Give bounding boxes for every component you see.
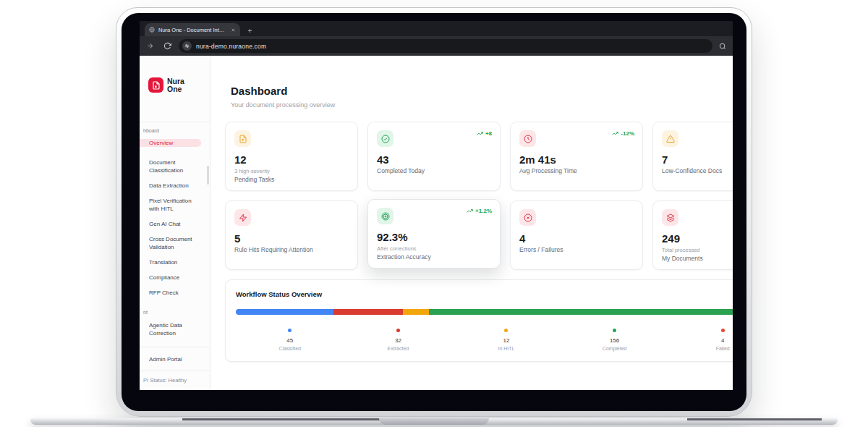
- stat-label: Pending Tasks: [234, 177, 349, 183]
- trending-up-icon: [477, 130, 483, 137]
- bar-segment-classified: [236, 309, 333, 315]
- laptop-bezel: Nura One - Document Intellige nura-demo.…: [122, 13, 746, 411]
- stat-value: 2m 41s: [519, 153, 634, 166]
- globe-icon: [149, 27, 155, 33]
- stat-value: 4: [519, 232, 634, 245]
- sidebar-item-compliance[interactable]: Compliance: [140, 274, 210, 282]
- workflow-title: Workflow Status Overview: [236, 290, 733, 298]
- stat-card-extraction-accuracy: +1.2% 92.3% After corrections Extraction…: [367, 199, 501, 269]
- app-page: NuraOne hboard Overview Document Classif…: [140, 56, 733, 390]
- legend-failed: 4 Failed: [668, 322, 733, 351]
- sidebar-item-gen-ai-chat[interactable]: Gen AI Chat: [140, 220, 210, 228]
- legend-dot: [288, 329, 292, 332]
- legend-dot: [504, 329, 508, 332]
- check-circle-icon: [377, 130, 393, 147]
- target-icon: [377, 208, 393, 224]
- sidebar-scrollbar[interactable]: [207, 166, 209, 185]
- zap-icon: [234, 209, 251, 226]
- laptop-hinge: [182, 418, 382, 420]
- stat-sub: After corrections: [377, 246, 491, 252]
- laptop-base: [30, 418, 838, 425]
- stat-sub: Total processed: [662, 248, 733, 253]
- trend-badge: +1.2%: [467, 208, 492, 214]
- search-icon[interactable]: [719, 43, 726, 50]
- stat-value: 249: [662, 232, 733, 245]
- browser-window: Nura One - Document Intellige nura-demo.…: [140, 21, 733, 390]
- sidebar-item-pixel-verification[interactable]: Pixel Verification with HITL: [140, 197, 210, 213]
- sidebar-item-translation[interactable]: Translation: [140, 258, 210, 266]
- stat-value: 5: [234, 232, 349, 245]
- legend-extracted: 32 Extracted: [344, 322, 453, 351]
- stat-value: 43: [377, 153, 491, 166]
- reload-icon[interactable]: [163, 42, 171, 50]
- laptop-hinge: [687, 418, 822, 420]
- stat-value: 92.3%: [377, 231, 491, 243]
- sidebar-item-admin-portal[interactable]: Admin Portal: [140, 355, 210, 363]
- stat-card-errors-failures: 4 Errors / Failures: [510, 200, 643, 270]
- legend-in-hitl: 12 In HITL: [452, 322, 561, 351]
- bar-segment-in-hitl: [403, 309, 429, 315]
- stat-label: Rule Hits Requiring Attention: [234, 247, 349, 253]
- logo-text: NuraOne: [167, 77, 184, 93]
- sidebar-divider: [140, 122, 210, 122]
- clock-icon: [519, 130, 536, 147]
- api-status: PI Status: Healthy: [140, 371, 210, 390]
- sidebar-section-agent: nt: [140, 310, 210, 315]
- workflow-status-card: Workflow Status Overview: [225, 279, 733, 362]
- stat-card-grid: 12 3 high-severity Pending Tasks: [225, 122, 733, 270]
- tune-icon[interactable]: [182, 41, 192, 51]
- workflow-legend: 45 Classified 32 Extracted: [236, 322, 733, 351]
- legend-dot: [613, 329, 616, 332]
- stat-card-pending-tasks: 12 3 high-severity Pending Tasks: [225, 122, 358, 191]
- stat-card-rule-hits: 5 Rule Hits Requiring Attention: [225, 200, 358, 270]
- stat-value: 7: [662, 153, 733, 166]
- logo-icon: [148, 77, 163, 93]
- stat-label: Avg Processing Time: [519, 168, 634, 174]
- browser-tab-strip: Nura One - Document Intellige: [140, 21, 733, 36]
- laptop-frame: Nura One - Document Intellige nura-demo.…: [116, 7, 752, 417]
- legend-completed: 156 Completed: [561, 322, 669, 351]
- tab-title: Nura One - Document Intellige: [158, 27, 227, 33]
- trend-badge: +8: [477, 130, 492, 137]
- laptop-notch: [379, 418, 489, 425]
- page-subtitle: Your document processing overview: [231, 101, 733, 109]
- bar-segment-completed: [429, 309, 733, 315]
- stat-card-completed-today: +8 43 Completed Today: [367, 122, 501, 191]
- sidebar-item-document-classification[interactable]: Document Classification: [140, 158, 210, 174]
- new-tab-icon[interactable]: [247, 28, 253, 34]
- stat-card-low-confidence-docs: 7 Low-Confidence Docs: [652, 122, 733, 191]
- sidebar-item-agentic-data-correction[interactable]: Agentic Data Correction: [140, 321, 210, 337]
- trend-badge: -12%: [612, 130, 634, 137]
- sidebar-item-rfp-check[interactable]: RFP Check: [140, 289, 210, 297]
- sidebar-section-dashboard: hboard: [140, 128, 210, 133]
- url-text: nura-demo.nuraone.com: [196, 43, 266, 50]
- sidebar-item-overview[interactable]: Overview: [140, 139, 201, 147]
- browser-toolbar: nura-demo.nuraone.com: [140, 36, 733, 56]
- stat-card-avg-processing-time: -12% 2m 41s Avg Processing Time: [510, 122, 643, 191]
- sidebar-divider: [140, 347, 210, 347]
- x-circle-icon: [519, 209, 536, 226]
- forward-icon[interactable]: [146, 42, 154, 50]
- legend-dot: [396, 329, 400, 332]
- sidebar-nav: Document Classification Data Extraction …: [140, 158, 210, 304]
- app-logo: NuraOne: [140, 77, 210, 93]
- tab-close-icon[interactable]: [231, 28, 236, 33]
- sidebar-item-cross-document-validation[interactable]: Cross Document Validation: [140, 235, 210, 251]
- legend-dot: [721, 329, 725, 332]
- stat-label: Errors / Failures: [519, 247, 634, 253]
- url-bar[interactable]: nura-demo.nuraone.com: [179, 39, 712, 53]
- stat-card-my-documents: 249 Total processed My Documents: [652, 200, 733, 270]
- file-icon: [234, 130, 251, 147]
- alert-triangle-icon: [662, 130, 678, 147]
- bar-segment-extracted: [333, 309, 403, 315]
- stat-sub: 3 high-severity: [234, 169, 349, 174]
- browser-tab[interactable]: Nura One - Document Intellige: [145, 23, 240, 36]
- sidebar-item-data-extraction[interactable]: Data Extraction: [140, 182, 210, 190]
- trending-up-icon: [467, 208, 473, 214]
- layers-icon: [662, 209, 678, 226]
- stat-label: Extraction Accuracy: [377, 254, 491, 261]
- stat-value: 12: [234, 153, 349, 166]
- main-area: Dashboard Your document processing overv…: [210, 56, 733, 390]
- workflow-status-bar: [236, 309, 733, 315]
- legend-classified: 45 Classified: [236, 322, 344, 351]
